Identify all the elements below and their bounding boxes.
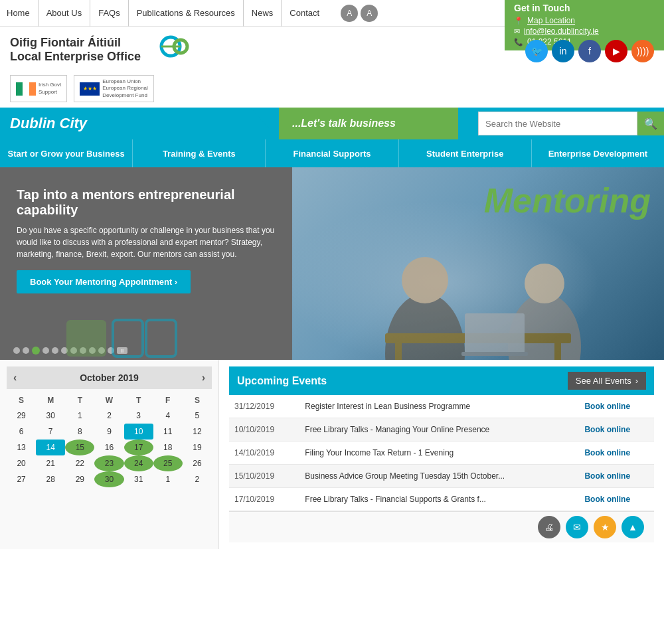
- nav-student-enterprise[interactable]: Student Enterprise: [399, 139, 532, 167]
- event-book-link[interactable]: Book online: [584, 448, 630, 457]
- nav-start-business[interactable]: Start or Grow your Business: [0, 139, 133, 167]
- calendar-day[interactable]: 1: [65, 408, 94, 424]
- calendar-day[interactable]: 6: [7, 424, 36, 440]
- calendar-day[interactable]: 1: [153, 471, 183, 487]
- event-book-link[interactable]: Book online: [584, 402, 630, 411]
- email-button[interactable]: ✉: [566, 516, 588, 538]
- calendar-day[interactable]: 30: [36, 408, 65, 424]
- calendar-day[interactable]: 25: [153, 455, 183, 471]
- event-book-link[interactable]: Book online: [584, 425, 630, 434]
- font-size-large-button[interactable]: A: [361, 5, 378, 22]
- see-all-events-button[interactable]: See All Events ›: [568, 372, 646, 390]
- calendar-day[interactable]: 15: [65, 440, 94, 455]
- hero-description: Do you have a specific opportunity or ch…: [17, 224, 276, 260]
- nav-publications[interactable]: Publications & Resources: [129, 0, 244, 27]
- calendar-day[interactable]: 29: [7, 408, 36, 424]
- decorative-shapes: [0, 307, 219, 360]
- linkedin-icon[interactable]: in: [552, 40, 574, 62]
- calendar-day[interactable]: 30: [94, 471, 124, 487]
- calendar-day[interactable]: 14: [36, 440, 65, 455]
- youtube-icon[interactable]: ▶: [605, 40, 627, 62]
- favourite-button[interactable]: ★: [594, 516, 616, 538]
- calendar-day[interactable]: 27: [7, 471, 36, 487]
- event-row: 17/10/2019 Free Library Talks - Financia…: [229, 488, 654, 511]
- calendar-day[interactable]: 4: [153, 408, 183, 424]
- calendar-panel: ‹ October 2019 › S M T W T F S 293012345…: [0, 360, 219, 549]
- nav-news[interactable]: News: [244, 0, 282, 27]
- hero-cta-button[interactable]: Book Your Mentoring Appointment: [17, 270, 191, 293]
- calendar-week-1: 6789101112: [7, 424, 212, 440]
- event-row: 31/12/2019 Register Interest in Lean Bus…: [229, 395, 654, 418]
- logo-icon: [144, 33, 191, 66]
- calendar-day[interactable]: 12: [183, 424, 212, 440]
- calendar-day[interactable]: 20: [7, 455, 36, 471]
- nav-contact[interactable]: Contact: [282, 0, 327, 27]
- nav-enterprise-development[interactable]: Enterprise Development: [532, 139, 664, 167]
- rss-icon[interactable]: )))): [631, 40, 654, 62]
- event-row: 10/10/2019 Free Library Talks - Managing…: [229, 418, 654, 442]
- calendar-day[interactable]: 3: [124, 408, 153, 424]
- nav-training-events[interactable]: Training & Events: [133, 139, 266, 167]
- event-book-link[interactable]: Book online: [584, 495, 630, 504]
- calendar-day[interactable]: 2: [94, 408, 124, 424]
- calendar-day[interactable]: 19: [183, 440, 212, 455]
- event-title: Business Advice Group Meeting Tuesday 15…: [299, 465, 579, 488]
- facebook-icon[interactable]: f: [578, 40, 601, 62]
- calendar-day[interactable]: 18: [153, 440, 183, 455]
- font-size-small-button[interactable]: A: [341, 5, 358, 22]
- calendar-day[interactable]: 21: [36, 455, 65, 471]
- calendar-day[interactable]: 24: [124, 455, 153, 471]
- hero-background: Mentoring: [292, 167, 664, 360]
- get-in-touch-title: Get in Touch: [514, 3, 655, 13]
- calendar-next-button[interactable]: ›: [202, 372, 205, 384]
- nav-about[interactable]: About Us: [39, 0, 90, 27]
- calendar-prev-button[interactable]: ‹: [13, 372, 17, 384]
- search-button[interactable]: 🔍: [637, 112, 664, 135]
- calendar-day[interactable]: 28: [36, 471, 65, 487]
- calendar-day[interactable]: 31: [124, 471, 153, 487]
- search-input[interactable]: [478, 112, 637, 135]
- calendar-day[interactable]: 9: [94, 424, 124, 440]
- nav-financial-supports[interactable]: Financial Supports: [266, 139, 398, 167]
- events-panel: Upcoming Events See All Events › 31/12/2…: [219, 360, 664, 549]
- dublin-city-text: Dublin City: [10, 115, 87, 132]
- print-button[interactable]: 🖨: [538, 516, 560, 538]
- calendar-day[interactable]: 8: [65, 424, 94, 440]
- event-date: 31/12/2019: [229, 395, 299, 418]
- weekday-f: F: [153, 393, 183, 408]
- calendar-day[interactable]: 10: [124, 424, 153, 440]
- map-location-link[interactable]: Map Location: [527, 16, 575, 25]
- eu-logos-area: Irish GovtSupport ★★★ European UnionEuro…: [10, 75, 191, 102]
- calendar-day[interactable]: 23: [94, 455, 124, 471]
- header-area: Oifig Fiontair Áitiúil Local Enterprise …: [0, 27, 664, 108]
- nav-home[interactable]: Home: [7, 0, 39, 27]
- nav-faqs[interactable]: FAQs: [90, 0, 129, 27]
- hero-mentoring-heading: Mentoring: [484, 181, 651, 220]
- logo-text-block: Oifig Fiontair Áitiúil Local Enterprise …: [10, 36, 141, 64]
- calendar-week-2: 13141516171819: [7, 440, 212, 455]
- calendar-day[interactable]: 7: [36, 424, 65, 440]
- calendar-day[interactable]: 13: [7, 440, 36, 455]
- calendar-day[interactable]: 16: [94, 440, 124, 455]
- weekday-s2: S: [183, 393, 212, 408]
- top-navigation: Home About Us FAQs Publications & Resour…: [7, 0, 327, 27]
- calendar-day[interactable]: 5: [183, 408, 212, 424]
- scroll-top-button[interactable]: ▲: [622, 516, 644, 538]
- event-book-link[interactable]: Book online: [584, 471, 630, 481]
- event-title: Register Interest in Lean Business Progr…: [299, 395, 579, 418]
- event-row: 15/10/2019 Business Advice Group Meeting…: [229, 465, 654, 488]
- calendar-day[interactable]: 11: [153, 424, 183, 440]
- lets-talk-slogan: ...Let's talk business: [279, 108, 458, 139]
- calendar-day[interactable]: 22: [65, 455, 94, 471]
- calendar-day[interactable]: 26: [183, 455, 212, 471]
- calendar-day[interactable]: 2: [183, 471, 212, 487]
- twitter-icon[interactable]: 🐦: [525, 40, 548, 62]
- calendar-day[interactable]: 29: [65, 471, 94, 487]
- hero-slider: Mentoring Tap into a mentors entrepreneu…: [0, 167, 664, 360]
- eu-flag-icon: ★★★: [80, 82, 100, 96]
- event-title: Filing Your Income Tax Return - 1 Evenin…: [299, 442, 579, 465]
- eu-text: European UnionEuropean RegionalDevelopme…: [102, 78, 148, 99]
- calendar-day[interactable]: 17: [124, 440, 153, 455]
- logo-container: Oifig Fiontair Áitiúil Local Enterprise …: [10, 33, 191, 66]
- dublin-bar: Dublin City ...Let's talk business 🔍: [0, 108, 664, 139]
